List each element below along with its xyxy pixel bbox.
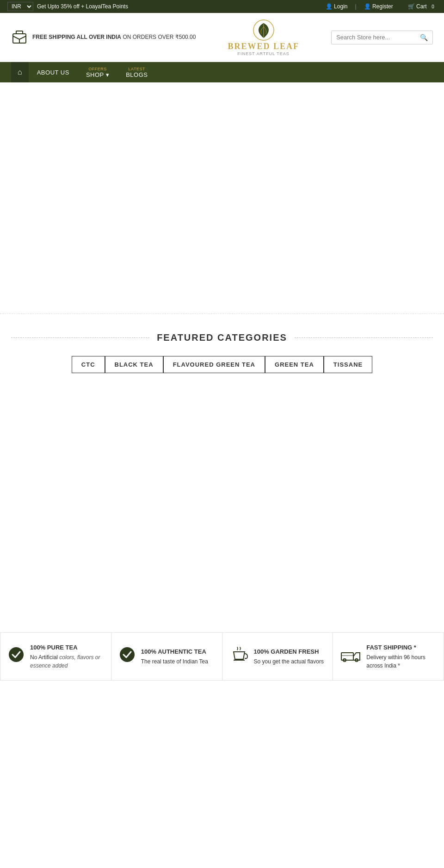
shipping-box-icon xyxy=(11,29,28,46)
featured-categories-section: FEATURED CATEGORIES CTC BLACK TEA FLAVOU… xyxy=(0,314,444,392)
authentic-tea-title: 100% AUTHENTIC TEA xyxy=(141,647,208,656)
authentic-tea-body: The real taste of Indian Tea xyxy=(141,658,208,665)
login-link[interactable]: 👤 Login xyxy=(326,3,348,10)
main-nav: ⌂ ABOUT US OFFERS SHOP ▾ LATEST BLOGS xyxy=(0,62,444,82)
pure-tea-body: No Artificial colors, flavors or essence… xyxy=(30,654,100,669)
feature-garden-fresh: 100% GARDEN FRESH So you get the actual … xyxy=(222,633,333,680)
title-left-line xyxy=(11,337,149,338)
logo[interactable]: BREWED LEAF FINEST ARTFUL TEAS xyxy=(228,19,299,56)
category-buttons: CTC BLACK TEA FLAVOURED GREEN TEA GREEN … xyxy=(11,356,433,373)
top-bar-right: 👤 Login | 👤 Register 🛒 Cart 0 xyxy=(326,3,437,10)
cart-count: 0 xyxy=(429,3,437,10)
products-area xyxy=(0,392,444,623)
currency-selector[interactable]: INR USD xyxy=(7,2,33,11)
search-bar: 🔍 xyxy=(331,31,433,44)
featured-categories-title: FEATURED CATEGORIES xyxy=(157,332,287,343)
feature-pure-tea: 100% PURE TEA No Artificial colors, flav… xyxy=(0,633,111,680)
garden-fresh-icon xyxy=(230,646,248,667)
header: FREE SHIPPING ALL OVER INDIA ON ORDERS O… xyxy=(0,13,444,62)
nav-about[interactable]: ABOUT US xyxy=(29,62,78,82)
hero-banner xyxy=(0,82,444,314)
category-tissane[interactable]: TISSANE xyxy=(324,356,372,373)
search-input[interactable] xyxy=(332,31,415,44)
category-black-tea[interactable]: BLACK TEA xyxy=(105,356,163,373)
fast-shipping-body: Delivery within 96 hours across India * xyxy=(366,654,425,669)
authentic-tea-icon xyxy=(119,646,136,667)
feature-fast-shipping: FAST SHIPPING * Delivery within 96 hours… xyxy=(333,633,444,680)
divider: | xyxy=(355,3,356,10)
bottom-area xyxy=(0,690,444,868)
fast-shipping-title: FAST SHIPPING * xyxy=(366,643,436,652)
register-link[interactable]: 👤 Register xyxy=(364,3,393,10)
category-green-tea[interactable]: GREEN TEA xyxy=(265,356,324,373)
search-icon: 🔍 xyxy=(420,34,428,41)
svg-point-7 xyxy=(9,647,24,662)
features-strip: 100% PURE TEA No Artificial colors, flav… xyxy=(0,632,444,681)
shipping-text: FREE SHIPPING ALL OVER INDIA ON ORDERS O… xyxy=(32,33,196,41)
cart-icon: 🛒 xyxy=(408,3,415,10)
pure-tea-title: 100% PURE TEA xyxy=(30,643,104,652)
home-icon: ⌂ xyxy=(18,68,22,76)
garden-fresh-body: So you get the actual flavors xyxy=(254,658,324,665)
nav-shop[interactable]: OFFERS SHOP ▾ xyxy=(78,62,117,82)
category-ctc[interactable]: CTC xyxy=(72,356,105,373)
category-flavoured-green-tea[interactable]: FLAVOURED GREEN TEA xyxy=(163,356,265,373)
nav-blogs[interactable]: LATEST BLOGS xyxy=(117,62,156,82)
pure-tea-icon xyxy=(8,646,25,667)
login-icon: 👤 xyxy=(326,3,333,10)
title-right-line xyxy=(295,337,433,338)
register-icon: 👤 xyxy=(364,3,371,10)
promo-text: Get Upto 35% off + LoayalTea Points xyxy=(37,3,128,10)
svg-point-8 xyxy=(120,647,135,662)
top-bar: INR USD Get Upto 35% off + LoayalTea Poi… xyxy=(0,0,444,13)
garden-fresh-title: 100% GARDEN FRESH xyxy=(254,647,324,656)
cart-link[interactable]: 🛒 Cart 0 xyxy=(408,3,437,10)
nav-home[interactable]: ⌂ xyxy=(11,62,29,82)
search-button[interactable]: 🔍 xyxy=(415,31,432,44)
top-bar-left: INR USD Get Upto 35% off + LoayalTea Poi… xyxy=(7,2,128,11)
section-title-row: FEATURED CATEGORIES xyxy=(11,332,433,343)
fast-shipping-icon xyxy=(340,646,361,667)
feature-authentic-tea: 100% AUTHENTIC TEA The real taste of Ind… xyxy=(111,633,222,680)
shipping-info: FREE SHIPPING ALL OVER INDIA ON ORDERS O… xyxy=(11,29,196,46)
